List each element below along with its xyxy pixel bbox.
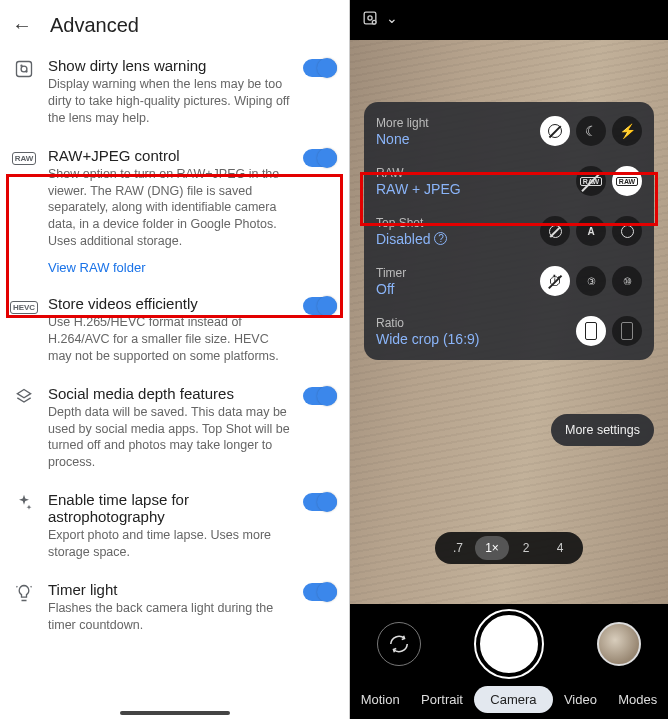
toggle-raw-jpeg[interactable] (303, 149, 337, 167)
svg-point-6 (372, 20, 376, 24)
setting-desc: Depth data will be saved. This data may … (48, 404, 291, 472)
qp-top-shot[interactable]: Top Shot Disabled ? A (364, 206, 654, 256)
flash-icon[interactable]: ⚡ (612, 116, 642, 146)
qp-label: More light (376, 116, 429, 130)
chevron-down-icon[interactable]: ⌄ (386, 10, 398, 26)
svg-point-3 (26, 71, 27, 72)
setting-desc: Display warning when the lens may be too… (48, 76, 291, 127)
svg-point-5 (368, 16, 372, 20)
qp-label: RAW (376, 166, 461, 180)
setting-title: Show dirty lens warning (48, 57, 291, 74)
qp-raw[interactable]: RAW RAW + JPEG RAW RAW (364, 156, 654, 206)
qp-more-light[interactable]: More light None ☾ ⚡ (364, 106, 654, 156)
settings-list: Show dirty lens warning Display warning … (0, 47, 349, 674)
svg-point-2 (21, 65, 22, 66)
setting-desc: Export photo and time lapse. Uses more s… (48, 527, 291, 561)
camera-top-controls[interactable]: ⌄ (360, 8, 398, 28)
topshot-off-icon[interactable] (540, 216, 570, 246)
depth-icon (12, 385, 36, 409)
help-icon[interactable]: ? (434, 232, 447, 245)
mode-portrait[interactable]: Portrait (411, 686, 473, 713)
settings-pane: ← Advanced Show dirty lens warning Displ… (0, 0, 350, 719)
setting-desc: Flashes the back camera light during the… (48, 600, 291, 634)
zoom-1x[interactable]: 1× (475, 536, 509, 560)
back-arrow-icon[interactable]: ← (12, 14, 32, 37)
toggle-depth[interactable] (303, 387, 337, 405)
svg-rect-0 (17, 62, 32, 77)
timer-10s-icon[interactable]: ⑩ (612, 266, 642, 296)
zoom-4x[interactable]: 4 (543, 536, 577, 560)
qp-label: Top Shot (376, 216, 447, 230)
toggle-astro[interactable] (303, 493, 337, 511)
zoom-2x[interactable]: 2 (509, 536, 543, 560)
quick-settings-panel: More light None ☾ ⚡ RAW RAW + JPEG RAW R… (364, 102, 654, 360)
setting-title: Enable time lapse for astrophotography (48, 491, 291, 525)
qp-label: Ratio (376, 316, 479, 330)
gallery-thumbnail[interactable] (597, 622, 641, 666)
setting-title: Social media depth features (48, 385, 291, 402)
qp-value: Wide crop (16:9) (376, 331, 479, 347)
sparkle-icon (12, 491, 36, 515)
setting-desc: Show option to turn on RAW+JPEG in the v… (48, 166, 291, 250)
view-raw-folder-link[interactable]: View RAW folder (48, 260, 291, 275)
zoom-selector[interactable]: .7 1× 2 4 (435, 532, 583, 564)
ratio-wide-icon[interactable] (576, 316, 606, 346)
qp-value: Disabled ? (376, 231, 447, 247)
setting-depth[interactable]: Social media depth features Depth data w… (0, 375, 349, 482)
shutter-button[interactable] (476, 611, 542, 677)
toggle-timer-light[interactable] (303, 583, 337, 601)
mode-camera[interactable]: Camera (474, 686, 552, 713)
qp-value: RAW + JPEG (376, 181, 461, 197)
qp-value: Off (376, 281, 406, 297)
settings-header: ← Advanced (0, 0, 349, 47)
timer-3s-icon[interactable]: ③ (576, 266, 606, 296)
switch-camera-button[interactable] (377, 622, 421, 666)
ratio-full-icon[interactable] (612, 316, 642, 346)
page-title: Advanced (50, 14, 139, 37)
toggle-hevc[interactable] (303, 297, 337, 315)
toggle-dirty-lens[interactable] (303, 59, 337, 77)
raw-on-icon[interactable]: RAW (612, 166, 642, 196)
camera-pane: ⌄ More light None ☾ ⚡ RAW RAW + JPEG RAW… (350, 0, 668, 719)
gesture-bar (120, 711, 230, 715)
timer-light-icon (12, 581, 36, 605)
raw-icon: RAW (12, 147, 36, 171)
qp-timer[interactable]: Timer Off ⏱ ③ ⑩ (364, 256, 654, 306)
camera-controls (350, 611, 668, 677)
setting-dirty-lens[interactable]: Show dirty lens warning Display warning … (0, 47, 349, 137)
setting-title: Store videos efficiently (48, 295, 291, 312)
mode-motion[interactable]: Motion (351, 686, 410, 713)
setting-raw-jpeg[interactable]: RAW RAW+JPEG control Show option to turn… (0, 137, 349, 285)
setting-desc: Use H.265/HEVC format instead of H.264/A… (48, 314, 291, 365)
setting-hevc[interactable]: HEVC Store videos efficiently Use H.265/… (0, 285, 349, 375)
hevc-icon: HEVC (12, 295, 36, 319)
none-icon[interactable] (540, 116, 570, 146)
mode-video[interactable]: Video (554, 686, 607, 713)
more-settings-button[interactable]: More settings (551, 414, 654, 446)
setting-timer-light[interactable]: Timer light Flashes the back camera ligh… (0, 571, 349, 644)
topshot-on-icon[interactable] (612, 216, 642, 246)
dirty-lens-icon (12, 57, 36, 81)
qp-label: Timer (376, 266, 406, 280)
qp-ratio[interactable]: Ratio Wide crop (16:9) (364, 306, 654, 356)
night-sight-icon[interactable]: ☾ (576, 116, 606, 146)
mode-modes[interactable]: Modes (608, 686, 667, 713)
setting-astro-timelapse[interactable]: Enable time lapse for astrophotography E… (0, 481, 349, 571)
mode-selector[interactable]: Motion Portrait Camera Video Modes (350, 686, 668, 713)
setting-title: RAW+JPEG control (48, 147, 291, 164)
zoom-0-7[interactable]: .7 (441, 536, 475, 560)
topshot-auto-icon[interactable]: A (576, 216, 606, 246)
raw-off-icon[interactable]: RAW (576, 166, 606, 196)
timer-off-icon[interactable]: ⏱ (540, 266, 570, 296)
setting-title: Timer light (48, 581, 291, 598)
qp-value: None (376, 131, 429, 147)
settings-gear-icon[interactable] (360, 8, 380, 28)
